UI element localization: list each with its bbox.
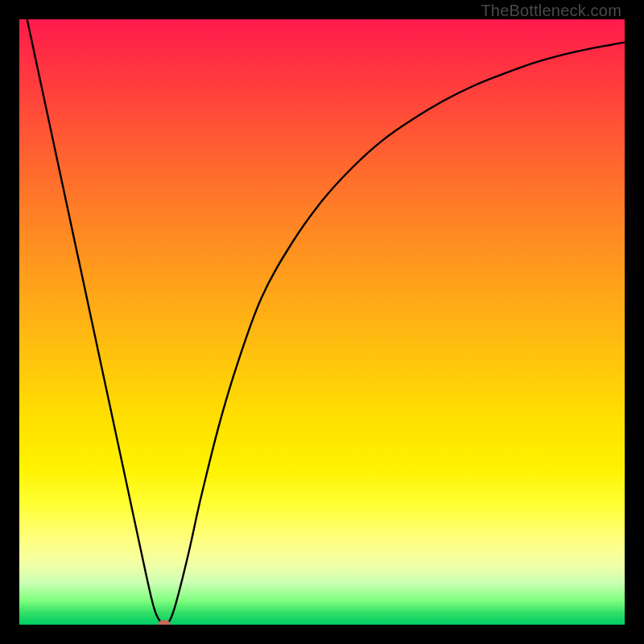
watermark-text: TheBottleneck.com	[481, 2, 621, 20]
chart-frame: TheBottleneck.com	[0, 0, 644, 644]
curve-path	[19, 19, 625, 625]
bottleneck-curve	[19, 19, 625, 625]
minimum-marker	[158, 620, 171, 625]
plot-area	[19, 19, 625, 625]
